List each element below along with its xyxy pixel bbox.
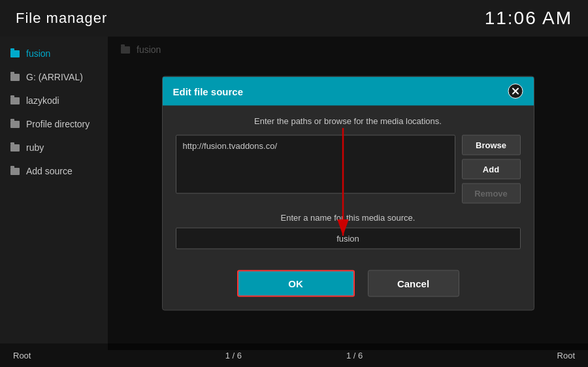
- dialog-path-box[interactable]: http://fusion.tvaddons.co/: [176, 135, 455, 194]
- content-area: fusion Edit file source Enter the paths …: [108, 37, 588, 350]
- sidebar-item-add-source[interactable]: Add source: [0, 159, 108, 183]
- remove-button[interactable]: Remove: [462, 184, 521, 204]
- dialog-name-instruction: Enter a name for this media source.: [176, 213, 521, 223]
- sidebar-item-label: ruby: [26, 142, 44, 153]
- sidebar-item-label: Profile directory: [26, 119, 90, 129]
- sidebar-item-profile-directory[interactable]: Profile directory: [0, 112, 108, 136]
- folder-icon: [10, 97, 20, 104]
- clock: 11:06 AM: [485, 8, 572, 29]
- ok-button[interactable]: OK: [237, 270, 355, 297]
- sidebar-item-label: lazykodi: [26, 95, 59, 106]
- dialog-title: Edit file source: [173, 86, 244, 97]
- folder-icon: [10, 121, 20, 128]
- folder-icon: [10, 168, 20, 175]
- dialog-footer: OK Cancel: [163, 270, 534, 310]
- sidebar: fusion G: (ARRIVAL) lazykodi Profile dir…: [0, 37, 108, 350]
- folder-icon: [10, 144, 20, 152]
- dialog-close-button[interactable]: [508, 84, 523, 99]
- footer-left: Root: [13, 351, 31, 360]
- app-header: File manager 11:06 AM: [0, 0, 588, 37]
- main-layout: fusion G: (ARRIVAL) lazykodi Profile dir…: [0, 37, 588, 350]
- dialog-header: Edit file source: [163, 77, 534, 106]
- sidebar-item-label: G: (ARRIVAL): [26, 72, 83, 82]
- sidebar-item-fusion[interactable]: fusion: [0, 42, 108, 65]
- cancel-button[interactable]: Cancel: [368, 270, 459, 297]
- browse-button[interactable]: Browse: [462, 135, 521, 155]
- sidebar-item-label: fusion: [26, 48, 50, 59]
- add-button[interactable]: Add: [462, 159, 521, 180]
- dialog-instruction: Enter the paths or browse for the media …: [176, 116, 521, 126]
- sidebar-item-ruby[interactable]: ruby: [0, 136, 108, 159]
- dialog-body: Enter the paths or browse for the media …: [163, 106, 534, 270]
- sidebar-item-g-arrival[interactable]: G: (ARRIVAL): [0, 65, 108, 89]
- sidebar-item-label: Add source: [26, 166, 73, 176]
- sidebar-item-lazykodi[interactable]: lazykodi: [0, 89, 108, 112]
- dialog-action-buttons: Browse Add Remove: [462, 135, 521, 204]
- folder-icon: [10, 50, 20, 57]
- app-title: File manager: [16, 10, 107, 27]
- dialog-path-row: http://fusion.tvaddons.co/ Browse Add Re…: [176, 135, 521, 204]
- footer-center: 1 / 6 1 / 6: [225, 351, 363, 360]
- edit-file-source-dialog: Edit file source Enter the paths or brow…: [162, 76, 534, 311]
- dialog-name-input[interactable]: fusion: [176, 228, 521, 249]
- dialog-path-value: http://fusion.tvaddons.co/: [183, 141, 278, 151]
- footer-page-right: 1 / 6: [346, 351, 363, 360]
- footer-right: Root: [557, 351, 575, 360]
- folder-icon: [10, 74, 20, 81]
- footer-page-left: 1 / 6: [225, 351, 242, 360]
